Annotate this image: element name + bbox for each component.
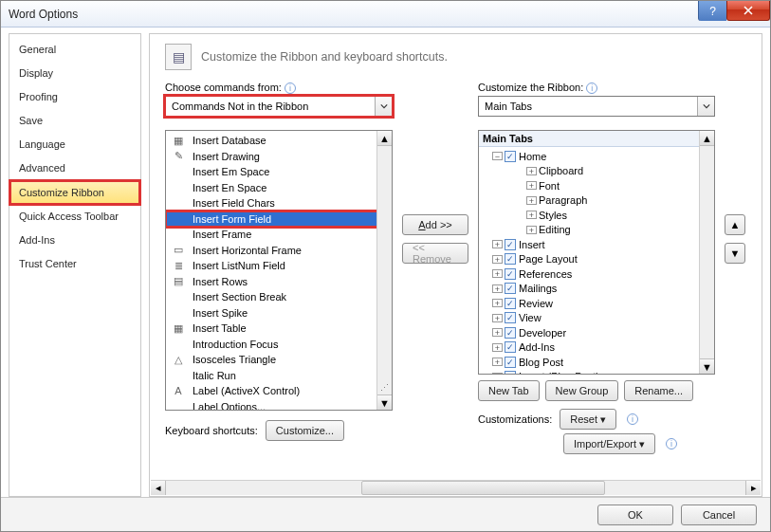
chevron-down-icon[interactable] xyxy=(375,97,392,116)
sidebar-item-addins[interactable]: Add-Ins xyxy=(9,229,140,252)
command-item[interactable]: ▦Insert Database xyxy=(166,133,392,149)
command-item[interactable]: ≣Insert ListNum Field xyxy=(166,258,392,274)
help-button[interactable]: ? xyxy=(698,1,726,21)
command-item[interactable]: Insert Em Space xyxy=(166,164,392,180)
import-export-button[interactable]: Import/Export ▾ xyxy=(563,433,655,454)
scroll-right-icon[interactable]: ▸ xyxy=(745,481,761,495)
add-button[interactable]: AAdd >>dd >> xyxy=(402,214,468,235)
ok-button[interactable]: OK xyxy=(597,504,673,525)
move-down-button[interactable]: ▼ xyxy=(725,243,745,264)
scroll-down-icon[interactable]: ▼ xyxy=(700,358,714,374)
tree-item[interactable]: +✓Developer xyxy=(481,325,714,340)
sidebar-item-customize-ribbon[interactable]: Customize Ribbon xyxy=(9,180,140,205)
command-label: Insert Section Break xyxy=(193,291,286,303)
customize-shortcuts-button[interactable]: Customize... xyxy=(266,420,344,441)
command-item[interactable]: Insert Spike xyxy=(166,305,392,321)
command-item[interactable]: Introduction Focus xyxy=(166,337,392,353)
sidebar-item-display[interactable]: Display xyxy=(9,62,140,85)
tree-item[interactable]: +✓Review xyxy=(481,296,714,311)
rename-button[interactable]: Rename... xyxy=(624,380,693,401)
window-title: Word Options xyxy=(9,8,78,21)
info-icon[interactable]: i xyxy=(586,83,597,94)
command-label: Insert Drawing xyxy=(193,151,260,162)
command-item[interactable]: Insert Section Break xyxy=(166,289,392,305)
command-item[interactable]: ✎Insert Drawing xyxy=(166,149,392,165)
chevron-down-icon[interactable] xyxy=(697,97,714,116)
command-label: Insert Frame xyxy=(193,229,251,240)
command-item[interactable]: ▤Insert Rows xyxy=(166,274,392,290)
ribbon-tree[interactable]: Main Tabs −✓Home+Clipboard+Font+Paragrap… xyxy=(478,130,715,375)
command-item[interactable]: ▭Insert Horizontal Frame xyxy=(166,243,392,259)
info-icon[interactable]: i xyxy=(285,83,296,94)
tree-item[interactable]: +✓Add-Ins xyxy=(481,340,714,356)
customize-ribbon-combo[interactable]: Main Tabs xyxy=(478,96,715,117)
tree-item[interactable]: +✓Blog Post xyxy=(481,355,714,370)
scroll-up-icon[interactable]: ▲ xyxy=(700,131,714,146)
tree-item[interactable]: +✓Page Layout xyxy=(481,252,714,267)
command-item[interactable]: Insert Field Chars xyxy=(166,195,392,211)
choose-commands-label: Choose commands from:i xyxy=(165,82,393,94)
command-item[interactable]: Label Options... xyxy=(166,399,392,412)
info-icon[interactable]: i xyxy=(627,413,638,425)
command-item[interactable]: ▦Insert Table xyxy=(166,321,392,337)
command-icon xyxy=(170,180,187,194)
sidebar: General Display Proofing Save Language A… xyxy=(9,33,141,497)
info-icon[interactable]: i xyxy=(666,438,677,449)
sidebar-item-trust-center[interactable]: Trust Center xyxy=(9,252,140,276)
command-icon xyxy=(170,290,187,304)
sidebar-item-quick-access[interactable]: Quick Access Toolbar xyxy=(9,205,140,229)
command-item[interactable]: Insert Form Field xyxy=(166,211,392,228)
tree-item[interactable]: +Editing xyxy=(481,223,714,238)
scrollbar-vertical[interactable]: ▲ ▼ ⋰ xyxy=(376,131,392,410)
tree-item[interactable]: +✓View xyxy=(481,311,714,326)
command-item[interactable]: Insert Frame xyxy=(166,227,392,243)
command-icon xyxy=(170,228,187,242)
scrollbar-vertical[interactable]: ▲ ▼ xyxy=(699,131,714,374)
sidebar-item-advanced[interactable]: Advanced xyxy=(9,156,140,180)
choose-commands-combo[interactable]: Commands Not in the Ribbon xyxy=(165,96,393,117)
tree-item[interactable]: +✓References xyxy=(481,266,714,282)
customize-ribbon-label: Customize the Ribbon:i xyxy=(478,82,715,94)
reset-button[interactable]: Reset ▾ xyxy=(560,409,616,430)
tree-item[interactable]: +✓Insert xyxy=(481,237,714,252)
command-label: Insert Em Space xyxy=(193,166,269,177)
command-label: Label (ActiveX Control) xyxy=(193,385,300,396)
command-item[interactable]: ALabel (ActiveX Control) xyxy=(166,383,392,399)
tree-item[interactable]: +✓Insert (Blog Post) xyxy=(481,370,714,376)
command-item[interactable]: Italic Run xyxy=(166,368,392,384)
move-up-button[interactable]: ▲ xyxy=(725,214,745,235)
command-icon xyxy=(170,305,187,320)
tree-item[interactable]: +✓Mailings xyxy=(481,282,714,297)
command-label: Insert Form Field xyxy=(193,213,271,225)
command-item[interactable]: △Isosceles Triangle xyxy=(166,352,392,368)
remove-button[interactable]: << Remove xyxy=(402,243,468,264)
command-item[interactable]: Insert En Space xyxy=(166,180,392,196)
command-icon xyxy=(170,368,187,382)
sidebar-item-proofing[interactable]: Proofing xyxy=(9,85,140,109)
scroll-up-icon[interactable]: ▲ xyxy=(377,131,392,146)
new-group-button[interactable]: New Group xyxy=(545,380,619,401)
scroll-thumb[interactable] xyxy=(361,481,605,495)
scroll-down-icon[interactable]: ▼ xyxy=(377,394,392,410)
tree-item[interactable]: +Clipboard xyxy=(481,164,714,179)
command-label: Insert Rows xyxy=(193,276,248,287)
tree-item[interactable]: +Styles xyxy=(481,208,714,223)
command-label: Insert Database xyxy=(193,135,266,146)
customize-ribbon-value: Main Tabs xyxy=(485,101,532,112)
cancel-button[interactable]: Cancel xyxy=(681,504,757,525)
close-button[interactable] xyxy=(726,1,770,21)
ribbon-icon: ▤ xyxy=(165,44,192,70)
scrollbar-horizontal[interactable]: ◂ ▸ xyxy=(151,480,761,495)
keyboard-shortcuts-label: Keyboard shortcuts: xyxy=(165,425,258,436)
command-icon: ✎ xyxy=(170,149,187,163)
tree-item[interactable]: +Font xyxy=(481,178,714,193)
sidebar-item-save[interactable]: Save xyxy=(9,109,140,133)
scroll-left-icon[interactable]: ◂ xyxy=(151,481,166,495)
sidebar-item-general[interactable]: General xyxy=(9,38,140,62)
sidebar-item-language[interactable]: Language xyxy=(9,133,140,156)
command-icon: ▦ xyxy=(170,134,187,148)
tree-item[interactable]: +Paragraph xyxy=(481,193,714,209)
new-tab-button[interactable]: New Tab xyxy=(478,380,540,401)
tree-item[interactable]: −✓Home xyxy=(481,149,714,164)
commands-listbox[interactable]: ▦Insert Database✎Insert DrawingInsert Em… xyxy=(165,130,393,411)
